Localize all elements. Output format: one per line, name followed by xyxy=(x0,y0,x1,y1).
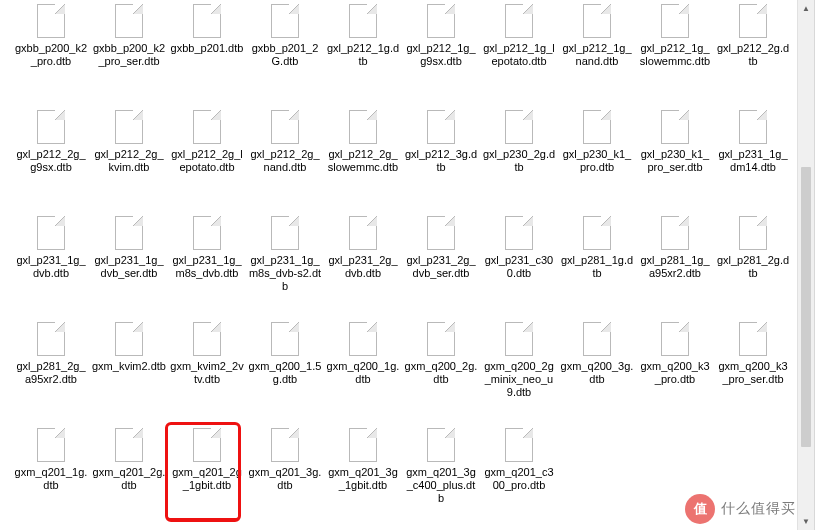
file-label: gxm_q201_3g_1gbit.dtb xyxy=(326,466,400,492)
file-item[interactable]: gxl_p212_2g_kvim.dtb xyxy=(90,106,168,212)
file-item[interactable]: gxm_kvim2_2vtv.dtb xyxy=(168,318,246,424)
file-item[interactable]: gxl_p281_1g_a95xr2.dtb xyxy=(636,212,714,318)
file-item[interactable]: gxl_p231_1g_m8s_dvb.dtb xyxy=(168,212,246,318)
file-icon xyxy=(186,216,228,252)
file-item[interactable]: gxl_p212_2g_lepotato.dtb xyxy=(168,106,246,212)
file-item[interactable]: gxm_q201_3g_c400_plus.dtb xyxy=(402,424,480,530)
file-item[interactable]: gxm_q201_3g.dtb xyxy=(246,424,324,530)
file-icon xyxy=(30,4,72,40)
file-item[interactable]: gxm_q200_1g.dtb xyxy=(324,318,402,424)
file-label: gxl_p231_1g_m8s_dvb-s2.dtb xyxy=(248,254,322,293)
file-label: gxl_p212_1g_g9sx.dtb xyxy=(404,42,478,68)
file-icon xyxy=(654,216,696,252)
file-item[interactable]: gxl_p281_1g.dtb xyxy=(558,212,636,318)
file-label: gxl_p212_2g_kvim.dtb xyxy=(92,148,166,174)
file-item[interactable]: gxbb_p201.dtb xyxy=(168,0,246,106)
file-label: gxl_p231_c300.dtb xyxy=(482,254,556,280)
file-item[interactable]: gxl_p231_2g_dvb_ser.dtb xyxy=(402,212,480,318)
file-icon xyxy=(264,216,306,252)
file-item[interactable]: gxl_p231_1g_dm14.dtb xyxy=(714,106,792,212)
file-item[interactable]: gxl_p212_1g_nand.dtb xyxy=(558,0,636,106)
file-label: gxl_p212_1g_slowemmc.dtb xyxy=(638,42,712,68)
file-item[interactable]: gxl_p230_2g.dtb xyxy=(480,106,558,212)
file-item[interactable]: gxl_p212_3g.dtb xyxy=(402,106,480,212)
file-item[interactable]: gxl_p212_2g_g9sx.dtb xyxy=(12,106,90,212)
file-icon xyxy=(30,110,72,146)
file-item[interactable]: gxbb_p200_k2_pro_ser.dtb xyxy=(90,0,168,106)
file-icon xyxy=(264,4,306,40)
file-item[interactable]: gxm_q201_3g_1gbit.dtb xyxy=(324,424,402,530)
file-icon xyxy=(30,216,72,252)
file-item[interactable]: gxl_p281_2g.dtb xyxy=(714,212,792,318)
scroll-track[interactable] xyxy=(798,17,814,513)
file-label: gxl_p231_1g_dm14.dtb xyxy=(716,148,790,174)
file-icon xyxy=(186,428,228,464)
file-label: gxl_p281_2g.dtb xyxy=(716,254,790,280)
file-item[interactable]: gxm_q200_k3_pro_ser.dtb xyxy=(714,318,792,424)
file-label: gxbb_p201.dtb xyxy=(170,42,244,55)
file-label: gxl_p230_k1_pro_ser.dtb xyxy=(638,148,712,174)
file-item[interactable]: gxm_q201_c300_pro.dtb xyxy=(480,424,558,530)
file-item[interactable]: gxl_p212_1g_lepotato.dtb xyxy=(480,0,558,106)
file-icon xyxy=(342,216,384,252)
file-item[interactable]: gxl_p231_1g_dvb.dtb xyxy=(12,212,90,318)
scroll-up-arrow[interactable]: ▲ xyxy=(798,0,814,17)
file-label: gxm_q201_2g_1gbit.dtb xyxy=(170,466,244,492)
file-item[interactable]: gxm_q201_1g.dtb xyxy=(12,424,90,530)
file-icon xyxy=(654,4,696,40)
file-item[interactable]: gxl_p212_1g_slowemmc.dtb xyxy=(636,0,714,106)
file-icon xyxy=(498,110,540,146)
file-item[interactable]: gxm_q200_2g.dtb xyxy=(402,318,480,424)
watermark-badge: 值 xyxy=(685,494,715,524)
file-item[interactable]: gxl_p281_2g_a95xr2.dtb xyxy=(12,318,90,424)
file-label: gxm_kvim2_2vtv.dtb xyxy=(170,360,244,386)
vertical-scrollbar[interactable]: ▲ ▼ xyxy=(797,0,814,530)
file-icon xyxy=(576,110,618,146)
file-item[interactable]: gxbb_p200_k2_pro.dtb xyxy=(12,0,90,106)
file-item[interactable]: gxl_p231_2g_dvb.dtb xyxy=(324,212,402,318)
file-label: gxm_q201_3g.dtb xyxy=(248,466,322,492)
file-item[interactable]: gxm_q200_1.5g.dtb xyxy=(246,318,324,424)
file-icon xyxy=(576,322,618,358)
file-label: gxl_p212_2g_lepotato.dtb xyxy=(170,148,244,174)
file-label: gxl_p281_1g_a95xr2.dtb xyxy=(638,254,712,280)
file-label: gxm_q201_c300_pro.dtb xyxy=(482,466,556,492)
file-item[interactable]: gxl_p212_2g.dtb xyxy=(714,0,792,106)
file-icon xyxy=(30,428,72,464)
file-item[interactable]: gxm_q200_2g_minix_neo_u9.dtb xyxy=(480,318,558,424)
file-item[interactable]: gxl_p212_2g_slowemmc.dtb xyxy=(324,106,402,212)
file-item[interactable]: gxl_p212_1g.dtb xyxy=(324,0,402,106)
file-icon xyxy=(264,322,306,358)
watermark: 值 什么值得买 xyxy=(685,494,796,524)
file-label: gxm_q200_1.5g.dtb xyxy=(248,360,322,386)
file-icon xyxy=(654,322,696,358)
watermark-text: 什么值得买 xyxy=(721,500,796,518)
file-item[interactable]: gxl_p231_c300.dtb xyxy=(480,212,558,318)
file-item[interactable]: gxl_p231_1g_m8s_dvb-s2.dtb xyxy=(246,212,324,318)
file-item[interactable]: gxl_p212_1g_g9sx.dtb xyxy=(402,0,480,106)
file-item[interactable]: gxl_p230_k1_pro_ser.dtb xyxy=(636,106,714,212)
file-icon xyxy=(420,216,462,252)
file-icon xyxy=(108,4,150,40)
file-item[interactable]: gxl_p212_2g_nand.dtb xyxy=(246,106,324,212)
file-item[interactable]: gxm_q201_2g_1gbit.dtb xyxy=(168,424,246,530)
file-label: gxl_p230_2g.dtb xyxy=(482,148,556,174)
file-label: gxm_q200_2g.dtb xyxy=(404,360,478,386)
file-label: gxm_q200_k3_pro.dtb xyxy=(638,360,712,386)
file-label: gxm_q200_2g_minix_neo_u9.dtb xyxy=(482,360,556,399)
scroll-thumb[interactable] xyxy=(801,167,811,447)
file-item[interactable]: gxm_q201_2g.dtb xyxy=(90,424,168,530)
file-item[interactable]: gxm_kvim2.dtb xyxy=(90,318,168,424)
file-label: gxl_p281_1g.dtb xyxy=(560,254,634,280)
file-item[interactable]: gxm_q200_3g.dtb xyxy=(558,318,636,424)
file-item[interactable]: gxbb_p201_2G.dtb xyxy=(246,0,324,106)
file-label: gxl_p231_1g_m8s_dvb.dtb xyxy=(170,254,244,280)
file-item[interactable]: gxm_q200_k3_pro.dtb xyxy=(636,318,714,424)
file-icon xyxy=(498,4,540,40)
file-item[interactable]: gxl_p230_k1_pro.dtb xyxy=(558,106,636,212)
file-item[interactable]: gxl_p231_1g_dvb_ser.dtb xyxy=(90,212,168,318)
scroll-down-arrow[interactable]: ▼ xyxy=(798,513,814,530)
files-grid: gxbb_p200_k2_pro.dtbgxbb_p200_k2_pro_ser… xyxy=(12,0,797,530)
file-icon xyxy=(342,110,384,146)
file-explorer-content[interactable]: gxbb_p200_k2_pro.dtbgxbb_p200_k2_pro_ser… xyxy=(0,0,815,530)
